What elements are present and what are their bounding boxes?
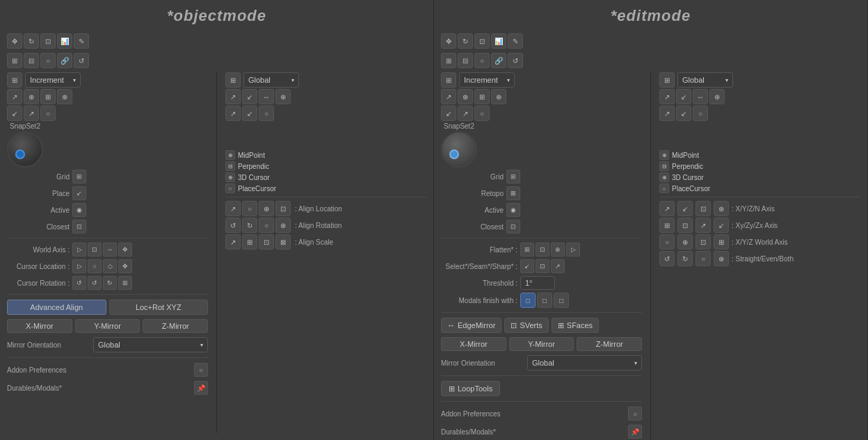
za1[interactable]: ○ [659, 234, 675, 250]
sg3[interactable]: ⊞ [40, 89, 56, 104]
e-z-mirror-btn[interactable]: Z-Mirror [577, 337, 642, 351]
e-x-mirror-btn[interactable]: X-Mirror [441, 337, 506, 351]
e-increment-dropdown[interactable]: Increment ▾ [459, 72, 515, 88]
e-closest-icon1[interactable]: ⊡ [506, 220, 520, 234]
link-icon[interactable]: 🔗 [57, 53, 72, 68]
addon-prefs-icon[interactable]: ○ [194, 363, 208, 377]
e-global-dropdown[interactable]: Global ▾ [677, 72, 733, 88]
e-addon-prefs-icon[interactable]: ○ [628, 407, 642, 421]
ar3[interactable]: ○ [259, 218, 274, 233]
move-icon[interactable]: ✥ [7, 33, 22, 49]
increment-dropdown[interactable]: Increment ▾ [25, 72, 81, 88]
as4[interactable]: ⊠ [275, 234, 291, 250]
loc-rot-btn[interactable]: Loc+Rot XYZ [109, 300, 209, 315]
xa4[interactable]: ⊕ [714, 201, 729, 216]
looptools-btn[interactable]: ⊞ LoopTools [441, 381, 500, 396]
wa1[interactable]: ▷ [72, 243, 86, 256]
pen-icon[interactable]: ✎ [74, 33, 89, 49]
erg2[interactable]: ↙ [676, 89, 691, 104]
y-mirror-btn[interactable]: Y-Mirror [75, 319, 140, 333]
rg2[interactable]: ↙ [242, 89, 257, 104]
al4[interactable]: ⊡ [275, 201, 291, 216]
sl1[interactable]: ↙ [520, 259, 534, 273]
sverts-btn[interactable]: ⊡ SVerts [504, 318, 548, 333]
sa2[interactable]: ↻ [677, 251, 693, 266]
e-snap-dial[interactable] [441, 131, 477, 168]
erg4[interactable]: ⊕ [709, 89, 725, 104]
sa3[interactable]: ○ [696, 251, 711, 266]
advanced-align-btn[interactable]: Advanced Align [7, 300, 106, 315]
fl2[interactable]: ⊡ [536, 243, 549, 256]
xa3[interactable]: ⊡ [696, 201, 711, 216]
e-placecursor-icon[interactable]: ○ [659, 184, 669, 193]
mirror-orient-dropdown[interactable]: Global ▾ [93, 337, 208, 352]
cl4[interactable]: ✥ [118, 259, 132, 273]
za2[interactable]: ⊕ [677, 234, 693, 250]
select-box-icon[interactable]: ⊞ [7, 53, 22, 68]
graph-icon[interactable]: 📊 [57, 33, 72, 49]
e-durables-icon[interactable]: 📌 [628, 425, 642, 439]
e-global-icon[interactable]: ⊞ [659, 72, 675, 88]
xa1[interactable]: ↗ [659, 201, 675, 216]
perpendic-icon[interactable]: ⊟ [225, 161, 235, 171]
fl3[interactable]: ⊕ [551, 243, 565, 256]
rg4[interactable]: ⊕ [275, 89, 291, 104]
sg5[interactable]: ↙ [7, 106, 22, 121]
sl2[interactable]: ⊡ [536, 259, 549, 273]
x-mirror-btn[interactable]: X-Mirror [7, 319, 72, 333]
e-orient-icon[interactable]: ↻ [458, 33, 473, 49]
rg5[interactable]: ↗ [225, 106, 241, 121]
e-lasso-icon[interactable]: ⊟ [458, 53, 473, 68]
erg1[interactable]: ↗ [659, 89, 675, 104]
za3[interactable]: ⊡ [696, 234, 711, 250]
e-grid-icon1[interactable]: ⊞ [506, 170, 520, 184]
e-active-icon1[interactable]: ◉ [506, 203, 520, 217]
fl1[interactable]: ⊞ [520, 243, 534, 256]
e-loop-icon[interactable]: ↺ [508, 53, 523, 68]
place-icon1[interactable]: ↙ [72, 186, 86, 200]
as3[interactable]: ⊡ [259, 234, 274, 250]
sg1[interactable]: ↗ [7, 89, 22, 104]
e-3dcursor-icon[interactable]: ⊕ [659, 172, 669, 182]
al2[interactable]: ○ [242, 201, 257, 216]
sfaces-btn[interactable]: ⊞ SFaces [552, 318, 599, 333]
sl3[interactable]: ↗ [551, 259, 565, 273]
modal-icon1[interactable]: □ [520, 293, 536, 308]
closest-icon1[interactable]: ⊡ [72, 220, 86, 234]
e-y-mirror-btn[interactable]: Y-Mirror [509, 337, 574, 351]
modal-icon2[interactable]: □ [537, 293, 552, 308]
cr1[interactable]: ↺ [72, 276, 86, 290]
cl2[interactable]: ○ [88, 259, 102, 273]
esg3[interactable]: ⊞ [474, 89, 490, 104]
midpoint-icon[interactable]: ⊕ [225, 150, 235, 160]
grid-icon1[interactable]: ⊞ [72, 170, 86, 184]
placecursor-icon[interactable]: ○ [225, 184, 235, 193]
global-dropdown[interactable]: Global ▾ [243, 72, 299, 88]
esg5[interactable]: ↙ [441, 106, 456, 121]
cr3[interactable]: ↻ [103, 276, 117, 290]
ya4[interactable]: ↙ [714, 218, 729, 233]
cl1[interactable]: ▷ [72, 259, 86, 273]
loop-icon[interactable]: ↺ [74, 53, 89, 68]
wa2[interactable]: ⊡ [88, 243, 102, 256]
fl4[interactable]: ▷ [566, 243, 580, 256]
rg3[interactable]: ↔ [259, 89, 274, 104]
esg2[interactable]: ⊕ [458, 89, 473, 104]
e-pen-icon[interactable]: ✎ [508, 33, 523, 49]
increment-icon[interactable]: ⊞ [7, 72, 22, 88]
erg3[interactable]: ↔ [693, 89, 708, 104]
ar4[interactable]: ⊕ [275, 218, 291, 233]
esg4[interactable]: ⊕ [491, 89, 506, 104]
e-graph-icon[interactable]: 📊 [491, 33, 506, 49]
scale-icon[interactable]: ⊡ [40, 33, 56, 49]
za4[interactable]: ⊞ [714, 234, 729, 250]
global-icon[interactable]: ⊞ [225, 72, 241, 88]
erg6[interactable]: ↙ [676, 106, 691, 121]
e-link-icon[interactable]: 🔗 [491, 53, 506, 68]
e-retopo-icon1[interactable]: ⊠ [506, 186, 520, 200]
wa3[interactable]: ↔ [103, 243, 117, 256]
erg5[interactable]: ↗ [659, 106, 675, 121]
e-increment-icon[interactable]: ⊞ [441, 72, 456, 88]
sa1[interactable]: ↺ [659, 251, 675, 266]
ya1[interactable]: ⊞ [659, 218, 675, 233]
